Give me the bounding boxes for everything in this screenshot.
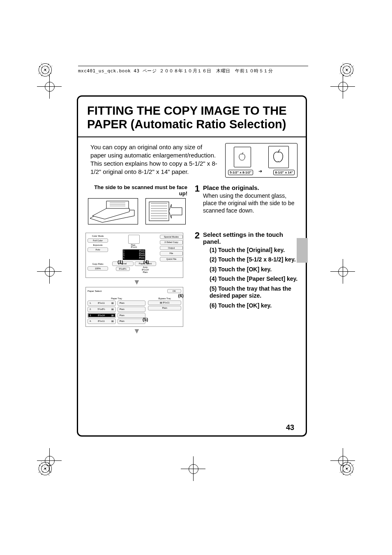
ok-button[interactable]: OK — [167, 289, 181, 294]
bypass-tray-header: Bypass Tray — [148, 297, 181, 300]
tray-row-4[interactable]: 4.8½x11▤ Plain — [88, 319, 145, 324]
size-label-from: 5-1/2" x 8-1/2" — [228, 170, 253, 175]
full-color-button[interactable]: Full Color — [88, 238, 108, 243]
callout-5: (5) — [143, 317, 148, 322]
device-figure — [85, 198, 188, 227]
callout-4: (4) — [143, 259, 149, 264]
bypass-size-button[interactable]: ▤ 8½x11 — [148, 301, 181, 305]
two-sided-copy-button[interactable]: 2-Sided Copy — [160, 240, 183, 245]
step-number: 1 — [191, 184, 201, 193]
face-up-caption: The side to be scanned must be face up! — [85, 184, 188, 197]
step-1: The side to be scanned must be face up! — [85, 184, 298, 227]
crosshair-icon — [330, 74, 355, 99]
tray-row-3[interactable]: 3.8½x14▤ Plain — [88, 313, 145, 318]
substep: (5) Touch the tray that has the desired … — [210, 285, 298, 300]
manual-page: mxc401_us_qck.book 43 ページ ２００８年１０月１６日 木曜… — [0, 0, 392, 555]
special-modes-button[interactable]: Special Modes — [160, 235, 183, 239]
color-mode-label: Color Mode — [88, 235, 108, 237]
substep: (2) Touch the [5-1/2 x 8-1/2] key. — [210, 256, 298, 264]
original-size-value[interactable]: 5½x8½ — [116, 267, 130, 271]
callout-1: (1) — [118, 259, 123, 264]
output-button[interactable]: Output — [160, 246, 183, 250]
apple-icon — [238, 152, 246, 162]
substep: (6) Touch the [OK] key. — [210, 302, 298, 310]
section-tab — [297, 238, 308, 263]
substep: (4) Touch the [Paper Select] key. — [210, 275, 298, 283]
paper-tray-header: Paper Tray — [88, 297, 145, 300]
step-number: 2 — [191, 231, 201, 240]
tray-list: 1.8½x11 2.8½x11 3.8½x14 4.8½x11 — [122, 249, 145, 260]
down-arrow-icon: ▼ — [85, 279, 188, 285]
substep: (3) Touch the [OK] key. — [210, 266, 298, 273]
substep: (1) Touch the [Original] key. — [210, 247, 298, 254]
size-label-to: 8-1/2" x 14" — [273, 170, 295, 175]
crosshair-icon — [330, 448, 355, 473]
crosshair-icon — [181, 456, 205, 481]
preview-thumbnail — [128, 235, 140, 244]
feed-direction-icon — [145, 198, 186, 224]
arrow-right-icon: ➔ — [258, 169, 262, 174]
step-heading: Place the originals. — [203, 184, 298, 191]
size-illustration: 5-1/2" x 8-1/2" ➔ 8-1/2" x 14" — [225, 143, 297, 178]
quick-file-button[interactable]: Quick File — [160, 257, 183, 261]
crosshair-icon — [330, 259, 355, 284]
down-arrow-icon: ▼ — [85, 328, 188, 334]
callout-6: (6) — [178, 293, 184, 298]
touch-panel-paper-select: Paper Select OK (6) Paper Tray 1.8½x11▤ … — [85, 287, 183, 327]
step-heading: Select settings in the touch panel. — [203, 231, 298, 245]
paper-select-title: Paper Select — [88, 290, 101, 292]
copy-ratio-label: Copy Ratio — [88, 263, 108, 265]
exposure-auto-button[interactable]: Auto — [88, 247, 108, 252]
page-number: 43 — [286, 423, 294, 432]
file-button[interactable]: File — [160, 251, 183, 256]
crosshair-icon — [37, 259, 62, 284]
document-feeder-icon — [88, 198, 138, 224]
apple-icon — [272, 148, 285, 164]
substep-list: (1) Touch the [Original] key. (2) Touch … — [210, 247, 298, 310]
copy-ratio-button[interactable]: 100% — [88, 266, 108, 271]
step-2: Color Mode Full Color Exposure Auto Copy… — [85, 231, 298, 335]
step-body: When using the document glass, place the… — [203, 192, 298, 215]
page-title: FITTING THE COPY IMAGE TO THE PAPER (Aut… — [78, 97, 306, 137]
tray-row-2[interactable]: 2.5½x8½▤ Plain — [88, 307, 145, 312]
touch-panel-main: Color Mode Full Color Exposure Auto Copy… — [85, 233, 183, 278]
intro-text: You can copy an original onto any size o… — [90, 143, 219, 178]
source-file-header: mxc401_us_qck.book 43 ページ ２００８年１０月１６日 木曜… — [78, 66, 308, 74]
crosshair-icon — [37, 74, 62, 99]
bypass-type-button[interactable]: Plain — [148, 306, 181, 310]
content-frame: FITTING THE COPY IMAGE TO THE PAPER (Aut… — [77, 95, 307, 437]
svg-rect-0 — [149, 202, 169, 221]
tray-row-1[interactable]: 1.8½x11▤ Plain — [88, 301, 145, 306]
exposure-label: Exposure — [88, 244, 108, 246]
crosshair-icon — [37, 448, 62, 473]
